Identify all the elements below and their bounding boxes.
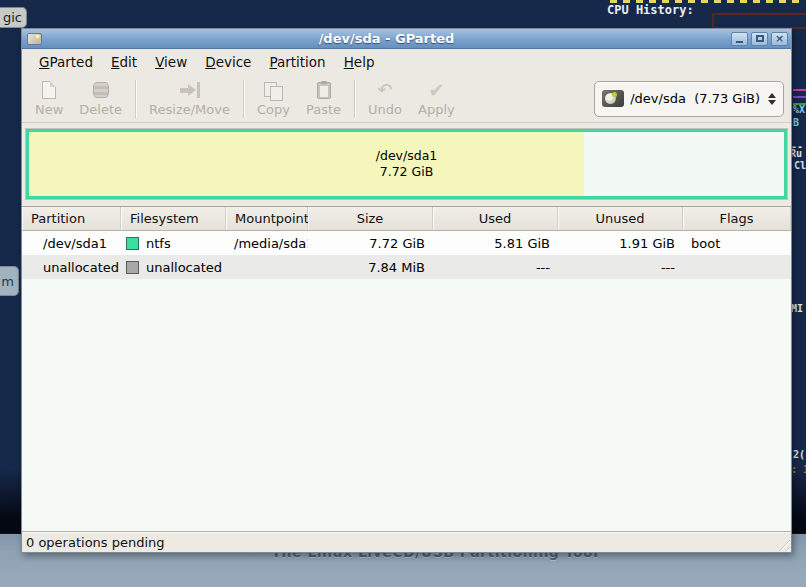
apply-icon: ✔ xyxy=(428,80,444,100)
copy-button[interactable]: Copy xyxy=(249,78,298,119)
bar-size-label: 7.72 GiB xyxy=(380,164,434,180)
shadow-right xyxy=(790,468,806,534)
close-button[interactable]: × xyxy=(771,32,788,46)
apply-button[interactable]: ✔ Apply xyxy=(410,78,463,119)
table-header: Partition Filesystem Mountpoint Size Use… xyxy=(22,206,791,231)
menu-device[interactable]: Device xyxy=(196,50,260,74)
shadow-left xyxy=(0,468,22,534)
table-row[interactable]: unallocated unallocated 7.84 MiB --- --- xyxy=(22,255,791,279)
menu-partition[interactable]: Partition xyxy=(260,50,334,74)
menu-bar: GParted Edit View Device Partition Help xyxy=(22,49,791,75)
paste-icon xyxy=(317,80,331,100)
delete-icon xyxy=(93,80,109,100)
column-header-used[interactable]: Used xyxy=(433,207,558,230)
cell-partition: /dev/sda1 xyxy=(22,231,121,255)
cell-flags xyxy=(683,255,791,279)
menu-view[interactable]: View xyxy=(146,50,196,74)
minimize-icon xyxy=(736,41,743,43)
filesystem-color-swatch xyxy=(126,261,139,274)
gparted-app-icon xyxy=(27,33,42,45)
cell-unused: 1.91 GiB xyxy=(558,231,683,255)
column-header-filesystem[interactable]: Filesystem xyxy=(121,207,226,230)
cell-mountpoint xyxy=(226,255,308,279)
window-title: /dev/sda - GParted xyxy=(42,31,731,46)
bar-partition-label: /dev/sda1 xyxy=(376,148,438,164)
close-icon: × xyxy=(775,33,784,44)
device-selector-value: /dev/sda (7.73 GiB) xyxy=(630,91,760,106)
menu-help[interactable]: Help xyxy=(335,50,384,74)
toolbar-separator xyxy=(135,80,136,118)
new-button[interactable]: New xyxy=(27,78,71,119)
cell-used: 5.81 GiB xyxy=(433,231,558,255)
column-header-flags[interactable]: Flags xyxy=(683,207,791,230)
desktop: The Linux LiveCD/USB Partitioning Tool C… xyxy=(0,0,806,587)
toolbar: New Delete Resize/Move Copy Paste xyxy=(22,75,791,123)
device-selector[interactable]: /dev/sda (7.73 GiB) xyxy=(594,81,784,117)
column-header-size[interactable]: Size xyxy=(308,207,433,230)
pending-operations-status: 0 operations pending xyxy=(26,535,165,550)
background-window-tab-gic[interactable]: gic xyxy=(0,7,27,28)
cell-flags: boot xyxy=(683,231,791,255)
undo-icon: ↶ xyxy=(378,80,393,100)
new-partition-icon xyxy=(42,80,56,100)
cell-size: 7.84 MiB xyxy=(308,255,433,279)
cpu-history-label: CPU History: xyxy=(607,3,694,17)
conky-fragment: : 1 xyxy=(791,464,806,475)
cpu-graph-frame xyxy=(712,13,806,29)
cell-unused: --- xyxy=(558,255,683,279)
minimize-button[interactable] xyxy=(731,32,748,46)
toolbar-separator xyxy=(243,80,244,118)
cell-used: --- xyxy=(433,255,558,279)
disk-visual-bar[interactable]: /dev/sda1 7.72 GiB xyxy=(26,129,787,199)
disk-visual-panel: /dev/sda1 7.72 GiB xyxy=(22,123,791,206)
conky-fragment: %X xyxy=(793,104,805,115)
column-header-unused[interactable]: Unused xyxy=(558,207,683,230)
gparted-window: /dev/sda - GParted × GParted Edit View D… xyxy=(21,28,792,553)
resize-move-icon xyxy=(180,80,200,100)
hard-disk-icon xyxy=(602,90,624,107)
toolbar-separator xyxy=(354,80,355,118)
copy-icon xyxy=(264,80,282,100)
cell-mountpoint: /media/sda1 xyxy=(226,231,308,255)
titlebar[interactable]: /dev/sda - GParted × xyxy=(22,29,791,49)
menu-edit[interactable]: Edit xyxy=(102,50,146,74)
column-header-partition[interactable]: Partition xyxy=(22,207,121,230)
cell-filesystem: unallocated xyxy=(146,260,222,275)
cell-filesystem: ntfs xyxy=(146,236,171,251)
graph-line-purple xyxy=(793,96,806,98)
menu-gparted[interactable]: GParted xyxy=(30,50,102,74)
conky-fragment: 2( xyxy=(793,449,805,460)
table-row[interactable]: /dev/sda1 ntfs /media/sda1 7.72 GiB 5.81… xyxy=(22,231,791,255)
resize-move-button[interactable]: Resize/Move xyxy=(141,78,238,119)
column-header-mountpoint[interactable]: Mountpoint xyxy=(226,207,308,230)
delete-button[interactable]: Delete xyxy=(71,78,130,119)
resize-grip[interactable] xyxy=(775,536,790,551)
graph-line-magenta xyxy=(793,89,806,91)
cell-size: 7.72 GiB xyxy=(308,231,433,255)
undo-button[interactable]: ↶ Undo xyxy=(360,78,410,119)
filesystem-color-swatch xyxy=(126,237,139,250)
spinner-arrows-icon xyxy=(768,93,776,105)
conky-fragment: Cl xyxy=(794,160,806,171)
background-window-tab-m[interactable]: m xyxy=(0,266,19,296)
maximize-icon xyxy=(756,35,764,42)
conky-fragment: B xyxy=(793,117,799,128)
status-bar: 0 operations pending xyxy=(22,531,791,552)
paste-button[interactable]: Paste xyxy=(298,78,349,119)
maximize-button[interactable] xyxy=(751,32,768,46)
table-empty-area xyxy=(22,279,791,531)
cell-partition: unallocated xyxy=(22,255,121,279)
conky-fragment: MI xyxy=(791,303,803,314)
